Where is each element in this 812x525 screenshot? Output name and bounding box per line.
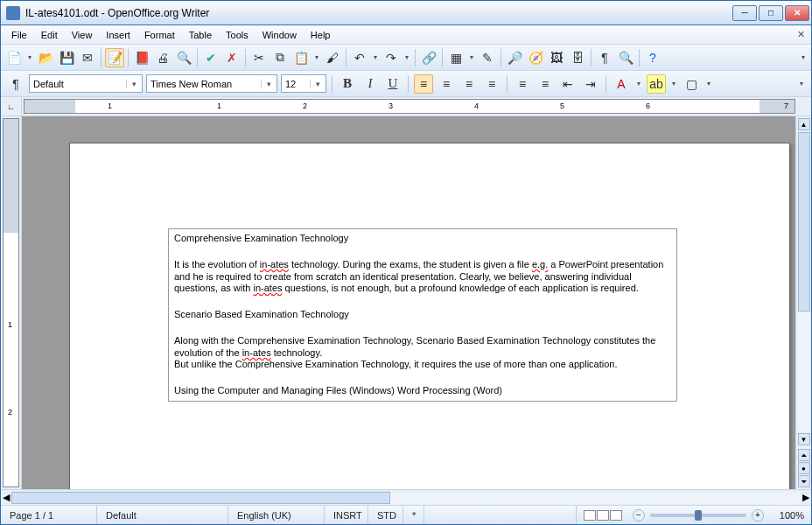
heading-2: Scenario Based Examination Technology [174,309,671,321]
hyperlink-icon[interactable]: 🔗 [419,48,438,67]
status-style[interactable]: Default [97,506,228,524]
print-icon[interactable]: 🖨 [153,48,172,67]
edit-file-icon[interactable]: 📝 [105,48,124,67]
prev-page-icon[interactable]: ⏶ [798,449,810,461]
menu-format[interactable]: Format [137,27,182,43]
next-page-icon[interactable]: ⏷ [798,475,810,487]
status-page[interactable]: Page 1 / 1 [1,506,97,524]
zoom-slider[interactable] [650,514,746,517]
menu-edit[interactable]: Edit [34,27,65,43]
increase-indent-button[interactable]: ⇥ [581,74,600,94]
zoom-out-button[interactable]: − [633,509,645,522]
menu-view[interactable]: View [65,27,100,43]
underline-button[interactable]: U [383,74,402,94]
status-insert[interactable]: INSRT [325,506,368,524]
help-icon[interactable]: ? [643,48,662,67]
save-icon[interactable]: 💾 [57,48,76,67]
undo-icon[interactable]: ↶ [350,48,369,67]
align-center-button[interactable]: ≡ [437,74,456,94]
copy-icon[interactable]: ⧉ [270,48,290,67]
spell-error: in-ates [254,283,283,293]
bold-button[interactable]: B [338,74,357,94]
toolbar-overflow[interactable]: ▾ [799,53,808,61]
zoom-icon[interactable]: 🔍 [616,48,635,67]
cut-icon[interactable]: ✂ [249,48,269,67]
format-paintbrush-icon[interactable]: 🖌 [323,48,342,67]
horizontal-ruler[interactable]: 1 1 2 3 4 5 6 7 [24,99,795,114]
open-icon[interactable]: 📂 [36,48,55,67]
menu-file[interactable]: File [4,27,34,43]
fmt-toolbar-overflow[interactable]: ▾ [797,80,806,88]
find-icon[interactable]: 🔎 [505,48,524,67]
paste-icon[interactable]: 📋 [291,48,311,67]
zoom-in-button[interactable]: + [752,509,764,522]
redo-dropdown[interactable]: ▾ [402,53,411,61]
maximize-button[interactable]: □ [759,5,783,21]
text-frame[interactable]: Comprehensive Examination Technology It … [168,228,677,402]
menu-tools[interactable]: Tools [219,27,256,43]
paragraph-style-combo[interactable]: Default▾ [29,74,143,93]
scroll-down-icon[interactable]: ▼ [798,433,810,445]
navigation-icon[interactable]: ● [798,462,810,474]
zoom-value[interactable]: 100% [769,510,804,521]
status-selection[interactable]: STD [368,506,403,524]
print-preview-icon[interactable]: 🔍 [174,48,193,67]
vertical-ruler[interactable]: 1 2 [3,118,19,487]
ruler-corner[interactable]: ∟ [1,97,22,116]
scroll-thumb[interactable] [798,132,810,312]
show-draw-icon[interactable]: ✎ [478,48,497,67]
bg-color-button[interactable]: ▢ [682,74,701,94]
horizontal-scrollbar[interactable]: ◀ ▶ [1,489,811,505]
close-button[interactable]: ✕ [785,5,809,21]
bullet-list-button[interactable]: ≡ [536,74,555,94]
decrease-indent-button[interactable]: ⇤ [558,74,578,94]
nonprinting-icon[interactable]: ¶ [595,48,614,67]
minimize-button[interactable]: ─ [732,5,757,21]
scroll-up-icon[interactable]: ▲ [798,118,810,130]
align-right-button[interactable]: ≡ [459,74,479,94]
email-icon[interactable]: ✉ [78,48,97,67]
vertical-scrollbar[interactable]: ▲ ▼ ⏶ ● ⏷ [795,116,811,489]
spellcheck-icon[interactable]: ✔ [201,48,220,67]
zoom-knob[interactable] [695,510,702,521]
align-justify-button[interactable]: ≡ [482,74,501,94]
numbered-list-button[interactable]: ≡ [513,74,532,94]
scroll-track[interactable] [798,132,810,431]
status-language[interactable]: English (UK) [228,506,325,524]
highlight-dropdown[interactable]: ▾ [669,80,678,88]
hscroll-track[interactable] [11,492,801,504]
paste-dropdown[interactable]: ▾ [312,53,321,61]
redo-icon[interactable]: ↷ [382,48,401,67]
document-canvas[interactable]: Comprehensive Examination Technology It … [22,116,795,489]
export-pdf-icon[interactable]: 📕 [132,48,151,67]
table-dropdown[interactable]: ▾ [467,53,476,61]
bg-color-dropdown[interactable]: ▾ [704,80,713,88]
font-size-combo[interactable]: 12▾ [281,74,326,93]
align-left-button[interactable]: ≡ [414,74,433,94]
navigator-icon[interactable]: 🧭 [526,48,545,67]
hscroll-thumb[interactable] [11,492,390,504]
gallery-icon[interactable]: 🖼 [547,48,566,67]
new-dropdown[interactable]: ▾ [25,53,34,61]
styles-icon[interactable]: ¶ [6,74,25,94]
new-doc-icon[interactable]: 📄 [4,48,24,67]
font-color-dropdown[interactable]: ▾ [634,80,643,88]
italic-button[interactable]: I [360,74,380,94]
highlight-button[interactable]: ab [647,74,666,94]
font-name-combo[interactable]: Times New Roman▾ [146,74,277,93]
document-close-icon[interactable]: ✕ [794,28,808,42]
scroll-left-icon[interactable]: ◀ [3,492,10,503]
font-color-button[interactable]: A [612,74,631,94]
scroll-right-icon[interactable]: ▶ [802,492,809,503]
datasources-icon[interactable]: 🗄 [568,48,587,67]
view-layout-icons[interactable] [584,510,622,521]
status-modified[interactable]: * [403,506,424,524]
table-icon[interactable]: ▦ [446,48,466,67]
menu-help[interactable]: Help [304,27,338,43]
undo-dropdown[interactable]: ▾ [371,53,380,61]
autospell-icon[interactable]: ✗ [222,48,242,67]
spell-error: e.g. [532,259,548,270]
menu-insert[interactable]: Insert [99,27,137,43]
menu-window[interactable]: Window [256,27,304,43]
menu-table[interactable]: Table [182,27,219,43]
